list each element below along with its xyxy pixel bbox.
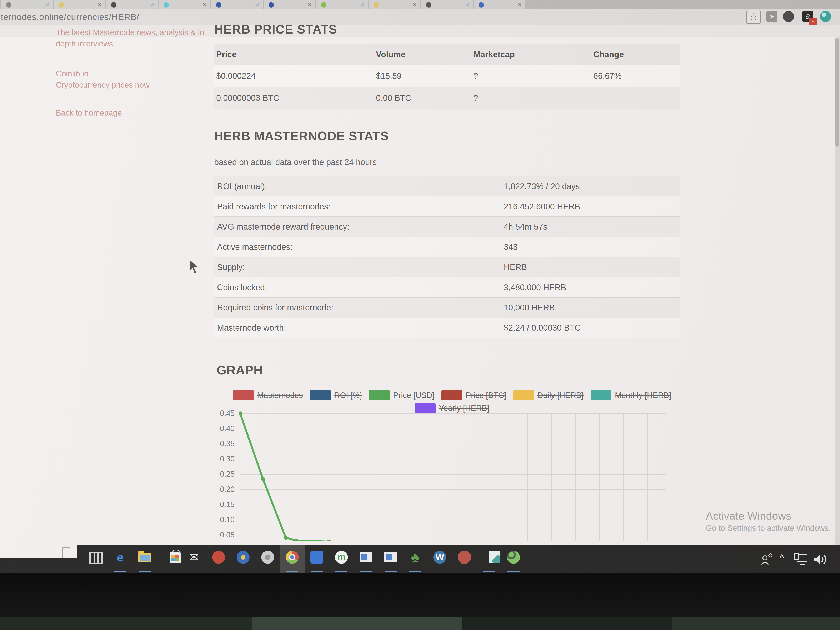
price-usd-line-chart bbox=[238, 406, 670, 541]
tray-chevron-icon[interactable]: ^ bbox=[780, 552, 784, 563]
tab-close-icon[interactable]: × bbox=[45, 2, 49, 8]
open-app-underline bbox=[286, 571, 298, 572]
open-app-underline bbox=[360, 571, 372, 572]
legend-item[interactable]: Masternodes bbox=[233, 390, 303, 400]
tab-close-icon[interactable]: × bbox=[203, 2, 207, 8]
sidebar-coinlib-link[interactable]: Coinlib.io bbox=[56, 68, 210, 80]
edge-icon[interactable]: e bbox=[108, 545, 133, 573]
masternode-stat-row: Coins locked:3,480,000 HERB bbox=[214, 277, 680, 297]
url-text[interactable]: ternodes.online/currencies/HERB/ bbox=[1, 12, 139, 22]
stat-label: AVG masternode reward frequency: bbox=[214, 222, 504, 232]
legend-item[interactable]: Monthly [HERB] bbox=[591, 390, 671, 400]
price-table-cell: $15.59 bbox=[374, 71, 472, 81]
open-app-underline bbox=[409, 571, 421, 572]
legend-item[interactable]: Daily [HERB] bbox=[513, 390, 584, 400]
tab-close-icon[interactable]: × bbox=[150, 2, 154, 8]
opera-icon[interactable] bbox=[206, 545, 231, 573]
open-app-underline bbox=[385, 571, 397, 572]
red-octagon-icon[interactable] bbox=[452, 545, 477, 573]
tab-favicon bbox=[321, 2, 327, 8]
tab-close-icon[interactable]: × bbox=[518, 2, 521, 8]
sidebar-news-link[interactable]: The latest Masternode news, analysis & i… bbox=[56, 27, 210, 50]
mouse-cursor bbox=[188, 259, 199, 275]
amazon-extension-icon[interactable]: a8 bbox=[802, 11, 813, 22]
price-table-header-cell: Volume bbox=[374, 50, 472, 59]
share-extension-icon[interactable]: ➤ bbox=[766, 11, 777, 22]
tab-close-icon[interactable]: × bbox=[98, 2, 101, 8]
notes-icon[interactable] bbox=[477, 545, 501, 573]
settings-icon[interactable] bbox=[256, 545, 280, 573]
browser-tab[interactable]: × bbox=[369, 0, 420, 9]
file-explorer-icon[interactable] bbox=[133, 545, 157, 573]
legend-item[interactable]: Price [USD] bbox=[369, 390, 434, 400]
network-tray-icon[interactable] bbox=[794, 553, 809, 566]
browser-tab[interactable]: × bbox=[54, 0, 106, 9]
scrollbar-thumb[interactable] bbox=[835, 38, 839, 147]
stat-label: Coins locked: bbox=[214, 283, 504, 292]
open-app-underline bbox=[114, 571, 126, 572]
tree-app-icon[interactable]: ♣ bbox=[403, 545, 428, 573]
masternode-stat-row: Required coins for masternode:10,000 HER… bbox=[214, 297, 680, 317]
open-app-underline bbox=[335, 571, 347, 572]
tab-close-icon[interactable]: × bbox=[465, 2, 469, 8]
window-app-icon-glyph bbox=[360, 552, 373, 562]
window-app-icon[interactable] bbox=[354, 545, 378, 573]
tab-favicon bbox=[374, 2, 379, 8]
m-app-icon[interactable]: m bbox=[329, 545, 354, 573]
refresh-extension-icon[interactable] bbox=[820, 11, 831, 22]
page-scrollbar[interactable] bbox=[835, 37, 840, 545]
sidebar-back-link[interactable]: Back to homepage bbox=[56, 107, 210, 119]
browser-tab[interactable]: × bbox=[1, 0, 53, 9]
volume-tray-icon[interactable] bbox=[813, 553, 828, 565]
tab-close-icon[interactable]: × bbox=[360, 2, 364, 8]
chrome-icon[interactable] bbox=[280, 545, 305, 573]
legend-item[interactable]: Price [BTC] bbox=[442, 390, 506, 400]
photos-icon[interactable] bbox=[231, 545, 256, 573]
window-app2-icon[interactable] bbox=[378, 545, 403, 573]
price-table-cell: $0.000224 bbox=[214, 71, 374, 81]
open-app-underline bbox=[139, 571, 151, 572]
store-icon[interactable] bbox=[157, 545, 182, 573]
tab-favicon bbox=[111, 2, 117, 8]
browser-tab[interactable]: × bbox=[106, 0, 158, 9]
y-axis-tick-label: 0.30 bbox=[214, 455, 235, 463]
background-scene bbox=[0, 617, 840, 630]
globe-icon[interactable] bbox=[501, 545, 526, 573]
evernote-extension-icon[interactable] bbox=[783, 11, 794, 22]
tab-close-icon[interactable]: × bbox=[255, 2, 259, 8]
wordpress-icon[interactable]: W bbox=[428, 545, 452, 573]
legend-swatch bbox=[442, 390, 462, 400]
legend-item[interactable]: ROI [%] bbox=[310, 390, 362, 400]
browser-tab[interactable]: × bbox=[264, 0, 316, 9]
legend-swatch bbox=[369, 390, 390, 400]
legend-swatch bbox=[233, 390, 254, 400]
masternode-stat-row: AVG masternode reward frequency:4h 54m 5… bbox=[214, 216, 680, 237]
app-blue-icon-glyph bbox=[310, 551, 323, 564]
tab-close-icon[interactable]: × bbox=[308, 2, 311, 8]
people-tray-icon[interactable] bbox=[760, 553, 774, 566]
tab-close-icon[interactable]: × bbox=[413, 2, 417, 8]
browser-tab[interactable]: × bbox=[316, 0, 368, 9]
app-blue-icon[interactable] bbox=[305, 545, 329, 573]
mail-icon[interactable]: ✉ bbox=[182, 545, 206, 573]
task-view-icon[interactable] bbox=[83, 545, 108, 573]
browser-tab[interactable]: × bbox=[211, 0, 263, 9]
masternode-stat-row: Active masternodes:348 bbox=[214, 237, 680, 257]
stat-label: Active masternodes: bbox=[214, 242, 504, 252]
browser-tab[interactable]: × bbox=[421, 0, 473, 9]
browser-tab[interactable]: × bbox=[474, 0, 526, 9]
browser-url-bar[interactable]: ternodes.online/currencies/HERB/ ☆ ➤ a8 bbox=[0, 9, 840, 25]
legend-label: Masternodes bbox=[257, 391, 303, 400]
tab-favicon bbox=[426, 2, 431, 8]
price-table-header-cell: Price bbox=[214, 50, 374, 59]
sidebar-coinlib-desc[interactable]: Cryptocurrency prices now bbox=[56, 80, 210, 91]
browser-tab[interactable]: × bbox=[159, 0, 210, 9]
legend-label: Monthly [HERB] bbox=[615, 391, 671, 400]
monitor-bezel: hp bbox=[0, 573, 840, 617]
price-table-cell: ? bbox=[472, 93, 591, 103]
notes-icon-glyph bbox=[489, 551, 501, 563]
stat-value: 4h 54m 57s bbox=[504, 222, 680, 232]
tab-favicon bbox=[164, 2, 169, 8]
tree-app-icon-glyph: ♣ bbox=[409, 551, 422, 564]
bookmark-star-icon[interactable]: ☆ bbox=[746, 10, 761, 24]
